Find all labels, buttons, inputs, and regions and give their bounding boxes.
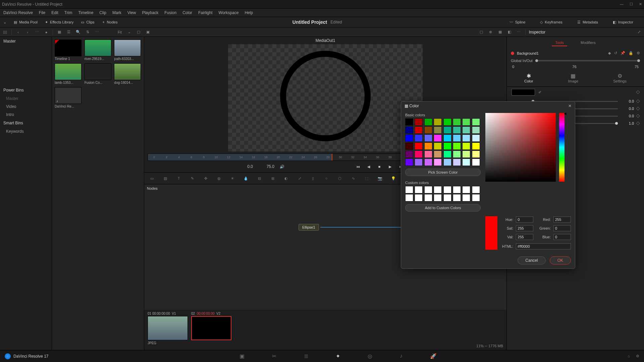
view1-icon[interactable]: ▢: [136, 29, 142, 35]
basic-swatch[interactable]: [443, 118, 451, 126]
menu-fusion[interactable]: Fusion: [164, 10, 176, 15]
menu-color[interactable]: Color: [182, 10, 192, 15]
custom-swatch[interactable]: [415, 186, 423, 193]
pick-screen-button[interactable]: Pick Screen Color: [405, 169, 481, 176]
page-fairlight-icon[interactable]: ♪: [398, 351, 405, 361]
clip-1[interactable]: 01 00:00:00:00 V1 JPEG: [148, 312, 188, 345]
shelf-clips[interactable]: ▭Clips: [81, 20, 94, 24]
menu-edit[interactable]: Edit: [51, 10, 58, 15]
sv-picker[interactable]: [485, 113, 556, 182]
page-deliver-icon[interactable]: 🚀: [428, 351, 439, 361]
basic-swatch[interactable]: [472, 118, 480, 126]
basic-swatch[interactable]: [472, 126, 480, 134]
shelf-keyframes[interactable]: ◇Keyframes: [540, 20, 562, 24]
kf-icon[interactable]: [636, 114, 640, 118]
val-input[interactable]: [516, 234, 533, 240]
chevron-down-icon[interactable]: ⌄: [126, 29, 132, 35]
ok-button[interactable]: OK: [550, 256, 571, 264]
menu-mark[interactable]: Mark: [112, 10, 121, 15]
node-ellipse1[interactable]: Ellipse1: [299, 224, 319, 231]
sidebar-smart-bins[interactable]: Smart Bins: [0, 119, 52, 127]
sidebar-item-keywords[interactable]: Keywords: [0, 127, 52, 135]
view2-icon[interactable]: ▣: [145, 29, 151, 35]
basic-swatch[interactable]: [462, 142, 470, 150]
custom-swatch[interactable]: [424, 186, 432, 193]
sort-icon[interactable]: ⇅: [85, 29, 91, 35]
param-value[interactable]: 0.0: [621, 107, 634, 111]
opt1-icon[interactable]: ▢: [478, 29, 484, 35]
basic-swatch[interactable]: [415, 159, 423, 166]
menu-file[interactable]: File: [39, 10, 45, 15]
basic-swatch[interactable]: [472, 134, 480, 142]
play-icon[interactable]: ▶: [387, 164, 393, 170]
viewer[interactable]: [228, 44, 423, 152]
project-settings-icon[interactable]: ⚙: [636, 354, 639, 358]
arrow-right-icon[interactable]: ›: [24, 29, 31, 35]
param-value[interactable]: 1.0: [621, 121, 634, 125]
basic-swatch[interactable]: [405, 126, 413, 134]
home-icon[interactable]: ⌂: [628, 354, 630, 358]
subtab-settings[interactable]: ⚙Settings: [613, 73, 627, 83]
basic-swatch[interactable]: [443, 126, 451, 134]
tool-merge-icon[interactable]: ⊟: [256, 176, 262, 181]
basic-swatch[interactable]: [462, 126, 470, 134]
tool-ellipse-icon[interactable]: ○: [323, 176, 329, 180]
hue-slider[interactable]: ◀: [559, 113, 565, 182]
clip-2[interactable]: 02 00:00:00:00 V2: [191, 312, 231, 340]
tool-light-icon[interactable]: 💡: [390, 176, 396, 181]
basic-swatch[interactable]: [405, 159, 413, 166]
shelf-spline[interactable]: 〰Spline: [509, 20, 526, 24]
custom-swatch[interactable]: [434, 186, 442, 193]
page-cut-icon[interactable]: ✂: [270, 351, 278, 361]
basic-swatch[interactable]: [424, 126, 432, 134]
custom-swatch[interactable]: [405, 194, 413, 201]
shelf-effects-library[interactable]: ✦Effects Library: [45, 20, 73, 24]
dropdown-icon[interactable]: ⌄: [3, 20, 6, 24]
basic-swatch[interactable]: [415, 118, 423, 126]
tool-poly-icon[interactable]: ⬠: [337, 176, 343, 181]
eyedropper-icon[interactable]: ✐: [538, 90, 541, 95]
custom-swatch[interactable]: [472, 194, 480, 201]
green-input[interactable]: [553, 225, 571, 231]
basic-swatch[interactable]: [434, 142, 442, 150]
basic-swatch[interactable]: [453, 150, 461, 158]
basic-swatch[interactable]: [434, 159, 442, 166]
custom-swatch[interactable]: [453, 194, 461, 201]
fit-dropdown[interactable]: Fit: [117, 29, 123, 35]
sidebar-item-master[interactable]: Master: [0, 95, 52, 103]
minimize-icon[interactable]: ―: [620, 2, 624, 6]
basic-swatch[interactable]: [443, 142, 451, 150]
basic-swatch[interactable]: [434, 118, 442, 126]
menu-workspace[interactable]: Workspace: [219, 10, 239, 15]
tool-rect-icon[interactable]: ▯: [310, 176, 316, 181]
thumb-river[interactable]: river-29519...: [85, 40, 111, 61]
dot-icon[interactable]: ●: [43, 29, 49, 35]
menu-timeline[interactable]: Timeline: [78, 10, 93, 15]
shelf-metadata[interactable]: ☰Metadata: [577, 20, 598, 24]
tool-tracker-icon[interactable]: ✜: [203, 176, 209, 181]
gear-icon[interactable]: ⚙: [637, 51, 640, 55]
reset-icon[interactable]: ↺: [614, 51, 617, 55]
thumb-lamb[interactable]: lamb-1353...: [55, 63, 82, 84]
basic-swatch[interactable]: [415, 134, 423, 142]
basic-swatch[interactable]: [424, 150, 432, 158]
basic-swatch[interactable]: [405, 134, 413, 142]
kf-icon[interactable]: [636, 107, 640, 110]
menu-help[interactable]: Help: [245, 10, 253, 15]
custom-swatch[interactable]: [424, 194, 432, 201]
basic-swatch[interactable]: [434, 126, 442, 134]
keyframe-icon[interactable]: ◆: [608, 51, 611, 55]
grid-view-icon[interactable]: ▦: [56, 29, 62, 35]
tool-cam-icon[interactable]: 📷: [377, 176, 383, 181]
menu-view[interactable]: View: [127, 10, 136, 15]
custom-swatch[interactable]: [472, 186, 480, 193]
basic-swatch[interactable]: [462, 118, 470, 126]
page-color-icon[interactable]: ◎: [366, 351, 374, 361]
custom-swatch[interactable]: [443, 194, 451, 201]
basic-swatch[interactable]: [453, 126, 461, 134]
thumb-davinci[interactable]: ♪DaVinci Re...: [55, 87, 82, 108]
custom-swatch[interactable]: [434, 194, 442, 201]
basic-swatch[interactable]: [405, 142, 413, 150]
basic-swatch[interactable]: [453, 159, 461, 166]
tool-3d-icon[interactable]: ⬚: [364, 176, 370, 181]
